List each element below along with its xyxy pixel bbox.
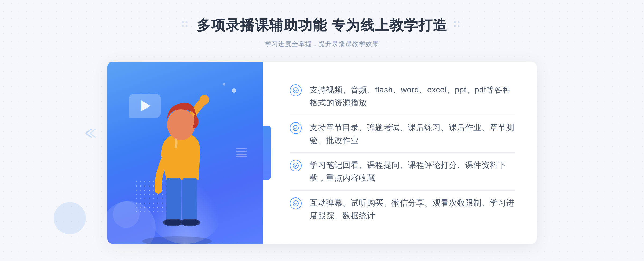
feature-item-3: 学习笔记回看、课程提问、课程评论打分、课件资料下载，重点内容收藏 xyxy=(290,153,515,190)
person-illustration xyxy=(123,78,247,244)
feature-item-2: 支持章节目录、弹题考试、课后练习、课后作业、章节测验、批改作业 xyxy=(290,116,515,152)
svg-point-7 xyxy=(458,25,460,27)
chevrons-left-decoration xyxy=(83,128,97,141)
page-title: 多项录播课辅助功能 专为线上教学打造 xyxy=(197,16,447,35)
dots-decoration-left xyxy=(181,20,191,31)
divider-3 xyxy=(290,190,515,191)
svg-rect-12 xyxy=(182,178,197,221)
dots-decoration-right xyxy=(453,20,463,31)
main-content-card: 支持视频、音频、flash、word、excel、ppt、pdf等各种格式的资源… xyxy=(107,62,537,244)
divider-2 xyxy=(290,152,515,153)
features-area: 支持视频、音频、flash、word、excel、ppt、pdf等各种格式的资源… xyxy=(263,62,537,244)
page-container: 多项录播课辅助功能 专为线上教学打造 学习进度全掌握，提升录播课教学效果 xyxy=(0,0,644,261)
svg-point-17 xyxy=(293,88,298,93)
feature-text-4: 互动弹幕、试听购买、微信分享、观看次数限制、学习进度跟踪、数据统计 xyxy=(310,196,515,222)
feature-item-1: 支持视频、音频、flash、word、excel、ppt、pdf等各种格式的资源… xyxy=(290,78,515,114)
svg-point-18 xyxy=(293,125,298,131)
svg-point-1 xyxy=(185,21,187,23)
check-icon-1 xyxy=(290,84,302,96)
feature-item-4: 互动弹幕、试听购买、微信分享、观看次数限制、学习进度跟踪、数据统计 xyxy=(290,191,515,228)
divider-1 xyxy=(290,115,515,115)
svg-point-4 xyxy=(454,21,456,23)
svg-point-9 xyxy=(200,95,209,105)
svg-point-3 xyxy=(185,25,187,27)
header-subtitle: 学习进度全掌握，提升录播课教学效果 xyxy=(181,40,463,48)
svg-point-6 xyxy=(454,25,456,27)
svg-rect-11 xyxy=(166,178,181,221)
svg-point-0 xyxy=(182,21,184,23)
check-icon-2 xyxy=(290,122,302,134)
check-icon-3 xyxy=(290,160,302,171)
header-title-row: 多项录播课辅助功能 专为线上教学打造 xyxy=(181,16,463,35)
svg-point-20 xyxy=(293,201,298,206)
svg-point-10 xyxy=(167,109,195,140)
check-icon-4 xyxy=(290,197,302,209)
svg-point-5 xyxy=(458,21,460,23)
svg-rect-16 xyxy=(182,220,199,225)
feature-text-1: 支持视频、音频、flash、word、excel、ppt、pdf等各种格式的资源… xyxy=(310,83,515,109)
svg-rect-15 xyxy=(165,220,182,225)
feature-text-3: 学习笔记回看、课程提问、课程评论打分、课件资料下载，重点内容收藏 xyxy=(310,159,515,184)
svg-point-2 xyxy=(182,25,184,27)
feature-text-2: 支持章节目录、弹题考试、课后练习、课后作业、章节测验、批改作业 xyxy=(310,121,515,147)
header-section: 多项录播课辅助功能 专为线上教学打造 学习进度全掌握，提升录播课教学效果 xyxy=(181,16,463,48)
svg-point-19 xyxy=(293,163,298,168)
svg-point-8 xyxy=(142,236,212,244)
illustration-area xyxy=(107,62,263,244)
deco-blue-circle xyxy=(54,202,86,234)
